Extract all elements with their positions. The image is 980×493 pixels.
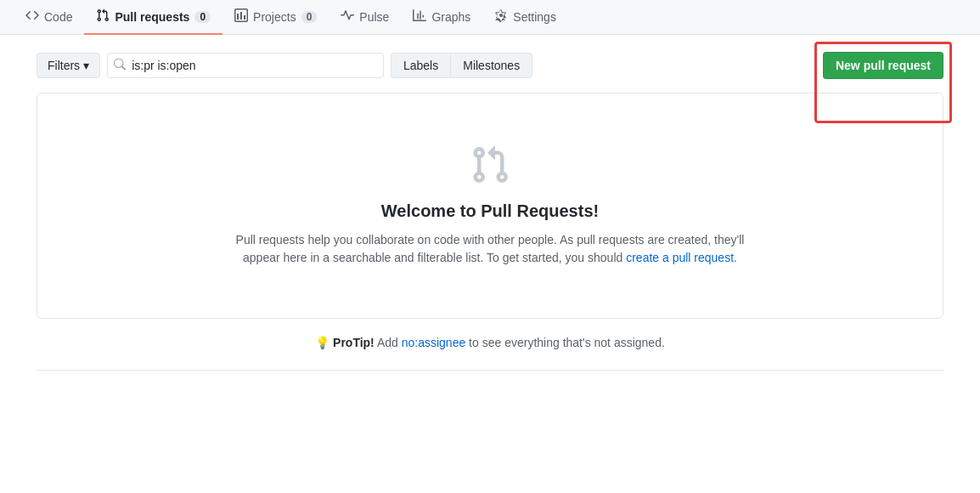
labels-label: Labels xyxy=(403,59,438,72)
tab-settings[interactable]: Settings xyxy=(482,0,568,35)
protip: 💡 ProTip! Add no:assignee to see everyth… xyxy=(37,336,943,349)
bottom-border xyxy=(37,370,943,371)
bulb-icon: 💡 xyxy=(315,336,329,349)
projects-icon xyxy=(234,8,248,25)
empty-state-title: Welcome to Pull Requests! xyxy=(54,201,926,221)
protip-label: ProTip! xyxy=(329,336,375,349)
milestones-label: Milestones xyxy=(463,59,520,72)
new-pull-request-label: New pull request xyxy=(836,59,931,72)
pulse-icon xyxy=(341,8,354,25)
filters-button[interactable]: Filters ▾ xyxy=(37,53,100,78)
projects-badge: 0 xyxy=(301,11,318,23)
tab-pull-requests-label: Pull requests xyxy=(115,10,189,24)
tab-graphs-label: Graphs xyxy=(431,10,470,24)
no-assignee-link[interactable]: no:assignee xyxy=(402,336,466,349)
tab-settings-label: Settings xyxy=(513,10,556,24)
pull-request-icon xyxy=(96,8,110,25)
tab-code[interactable]: Code xyxy=(14,0,84,35)
filter-right-group: Labels Milestones xyxy=(391,53,532,78)
protip-suffix: to see everything that's not assigned. xyxy=(465,336,665,349)
main-content: Filters ▾ Labels Milestones New pu xyxy=(23,35,957,388)
empty-state-description: Pull requests help you collaborate on co… xyxy=(227,231,753,267)
tab-pull-requests[interactable]: Pull requests 0 xyxy=(84,0,222,35)
new-pull-request-button[interactable]: New pull request xyxy=(823,52,943,79)
empty-state-desc-text2: . xyxy=(734,251,737,264)
search-input[interactable] xyxy=(107,53,384,78)
repo-nav: Code Pull requests 0 Projects 0 Pulse xyxy=(0,0,980,35)
milestones-button[interactable]: Milestones xyxy=(450,53,532,78)
tab-code-label: Code xyxy=(44,10,72,24)
tab-graphs[interactable]: Graphs xyxy=(401,0,482,35)
filter-bar: Filters ▾ Labels Milestones New pu xyxy=(37,52,943,79)
tab-pulse[interactable]: Pulse xyxy=(329,0,401,35)
protip-text: Add xyxy=(375,336,402,349)
graphs-icon xyxy=(413,8,426,25)
filters-label: Filters xyxy=(48,59,80,72)
new-pr-container: New pull request xyxy=(823,52,943,79)
create-pull-request-link[interactable]: create a pull request xyxy=(626,251,734,264)
chevron-down-icon: ▾ xyxy=(83,59,89,72)
settings-icon xyxy=(494,8,508,25)
labels-button[interactable]: Labels xyxy=(391,53,450,78)
pull-request-empty-icon xyxy=(54,144,926,188)
empty-state-panel: Welcome to Pull Requests! Pull requests … xyxy=(37,93,943,319)
search-icon xyxy=(114,59,126,73)
pull-requests-badge: 0 xyxy=(194,11,211,23)
search-wrapper xyxy=(107,53,384,78)
tab-projects-label: Projects xyxy=(253,10,296,24)
tab-pulse-label: Pulse xyxy=(359,10,389,24)
code-icon xyxy=(25,8,39,25)
tab-projects[interactable]: Projects 0 xyxy=(222,0,329,35)
